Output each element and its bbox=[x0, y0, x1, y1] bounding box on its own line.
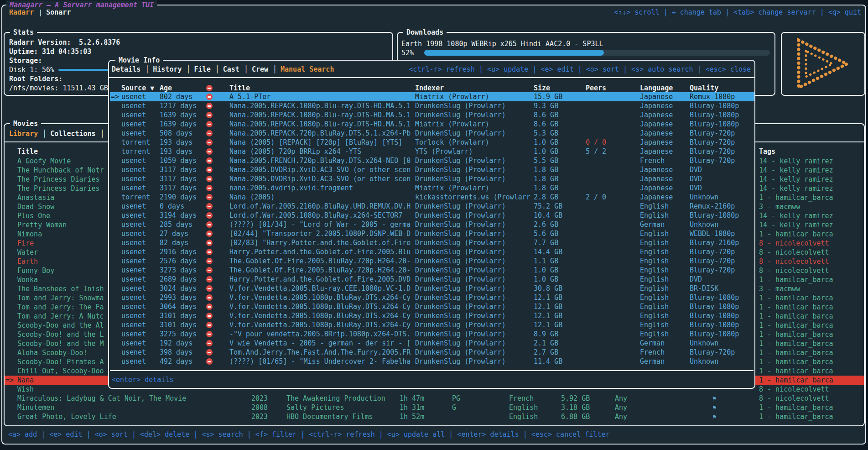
movies-column-title: Title bbox=[17, 147, 38, 156]
root-folder-value: /nfs/movies: 11511.43 GB bbox=[9, 84, 108, 93]
managarr-play-triangle-logo bbox=[792, 37, 854, 91]
movies-column-tags: Tags bbox=[759, 147, 775, 156]
disk-label: Disk 1: bbox=[9, 65, 38, 74]
stats-panel-title: Stats bbox=[10, 28, 37, 37]
tab-separator: │ bbox=[100, 129, 104, 138]
root-folders-label: Root Folders: bbox=[9, 74, 62, 84]
tab-collections[interactable]: Collections bbox=[50, 129, 95, 138]
movies-keybind-hints: <a> add | <e> edit | <o> sort | <del> de… bbox=[8, 430, 610, 439]
disk-percent-value: 56% bbox=[42, 65, 54, 74]
download-progress-bar bbox=[424, 50, 770, 56]
uptime-label: Uptime: bbox=[9, 47, 38, 56]
radarr-version-label: Radarr Version: bbox=[9, 38, 71, 47]
movies-panel-title: Movies bbox=[10, 119, 41, 128]
tab-library[interactable]: Library bbox=[9, 129, 38, 138]
uptime-value: 31d 04:35:03 bbox=[42, 47, 91, 56]
storage-label: Storage: bbox=[9, 56, 42, 65]
download-percent-label: 52% bbox=[401, 48, 414, 58]
download-item-title: Earth 1998 1080p WEBRip x265 Hindi AAC2.… bbox=[401, 39, 603, 48]
managarr-screen: Managarr – A Servarr management TUI Rada… bbox=[0, 0, 868, 450]
downloads-panel-title: Downloads bbox=[403, 28, 447, 37]
tab-separator: │ bbox=[42, 129, 47, 138]
movies-tabs-divider bbox=[5, 141, 864, 142]
global-keybind-hints: <↑↓> scroll | ↔ change tab | <tab> chang… bbox=[614, 8, 861, 17]
disk-usage-gauge bbox=[58, 69, 242, 71]
app-title: Managarr – A Servarr management TUI bbox=[6, 0, 157, 10]
radarr-version-value: 5.2.6.8376 bbox=[79, 38, 120, 47]
logo-panel bbox=[781, 32, 865, 96]
movies-panel bbox=[4, 123, 865, 426]
